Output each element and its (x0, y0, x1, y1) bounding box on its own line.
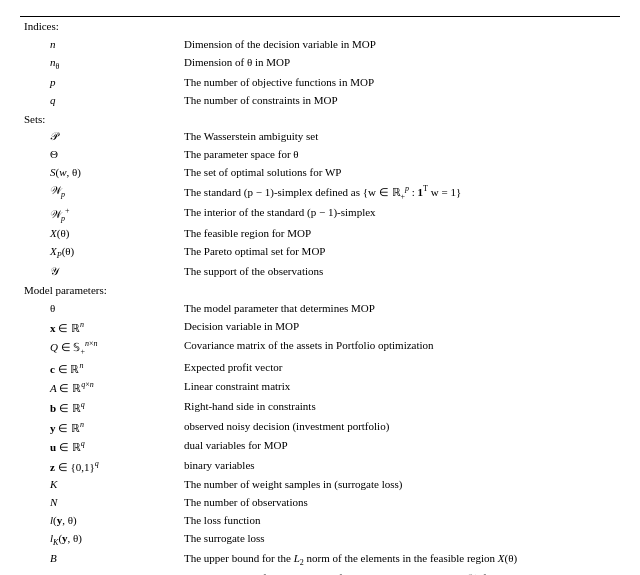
description-cell: Dimension of the decision variable in MO… (180, 36, 620, 54)
description-cell: The set of optimal solutions for WP (180, 164, 620, 182)
table-row: θThe model parameter that determines MOP (20, 300, 620, 318)
description-cell: dual variables for MOP (180, 437, 620, 457)
symbol-cell: c ∈ ℝn (20, 359, 180, 379)
symbol-cell: N (20, 494, 180, 512)
symbol-cell: z ∈ {0,1}q (20, 457, 180, 477)
symbol-cell: S(w, θ) (20, 164, 180, 182)
symbol-cell: XP(θ) (20, 243, 180, 263)
table-row: 𝒫The Wasserstein ambiguity set (20, 128, 620, 146)
symbol-cell: θ (20, 300, 180, 318)
description-cell: The number of constraints in MOP (180, 92, 620, 110)
table-row: nDimension of the decision variable in M… (20, 36, 620, 54)
description-cell: The Pareto optimal set for MOP (180, 243, 620, 263)
description-cell: The upper bound for the L2 norm of the e… (180, 550, 620, 570)
description-cell: binary variables (180, 457, 620, 477)
symbol-cell: 𝒴 (20, 263, 180, 281)
description-cell: The model parameter that determines MOP (180, 300, 620, 318)
section-header: Sets: (20, 110, 620, 129)
description-cell: Expected profit vector (180, 359, 620, 379)
symbol-cell: 𝒲p+ (20, 204, 180, 225)
symbol-cell: n (20, 36, 180, 54)
notation-table: Indices:nDimension of the decision varia… (20, 16, 620, 575)
table-row: x ∈ ℝnDecision variable in MOP (20, 318, 620, 338)
description-cell: The parameter space for θ (180, 146, 620, 164)
table-row: RThe upper bound for the L2 norm of the … (20, 570, 620, 575)
description-cell: The upper bound for the L2 norm of the e… (180, 570, 620, 575)
table-row: qThe number of constraints in MOP (20, 92, 620, 110)
description-cell: The interior of the standard (p − 1)-sim… (180, 204, 620, 225)
table-row: 𝒲p+The interior of the standard (p − 1)-… (20, 204, 620, 225)
table-row: A ∈ ℝq×nLinear constraint matrix (20, 378, 620, 398)
symbol-cell: b ∈ ℝq (20, 398, 180, 418)
table-row: BThe upper bound for the L2 norm of the … (20, 550, 620, 570)
description-cell: The number of objective functions in MOP (180, 74, 620, 92)
table-row: Q ∈ 𝕊+n×nCovariance matrix of the assets… (20, 337, 620, 358)
table-row: NThe number of observations (20, 494, 620, 512)
symbol-cell: lK(y, θ) (20, 530, 180, 550)
description-cell: The number of observations (180, 494, 620, 512)
symbol-cell: u ∈ ℝq (20, 437, 180, 457)
description-cell: Dimension of θ in MOP (180, 54, 620, 74)
table-row: ΘThe parameter space for θ (20, 146, 620, 164)
symbol-cell: K (20, 476, 180, 494)
description-cell: The Wasserstein ambiguity set (180, 128, 620, 146)
table-row: KThe number of weight samples in (surrog… (20, 476, 620, 494)
description-cell: The loss function (180, 512, 620, 530)
symbol-cell: y ∈ ℝn (20, 418, 180, 438)
section-header: Model parameters: (20, 281, 620, 300)
table-row: pThe number of objective functions in MO… (20, 74, 620, 92)
table-row: 𝒴The support of the observations (20, 263, 620, 281)
symbol-cell: p (20, 74, 180, 92)
description-cell: The number of weight samples in (surroga… (180, 476, 620, 494)
symbol-cell: x ∈ ℝn (20, 318, 180, 338)
table-row: XP(θ)The Pareto optimal set for MOP (20, 243, 620, 263)
description-cell: The standard (p − 1)-simplex defined as … (180, 182, 620, 203)
table-row: 𝒲pThe standard (p − 1)-simplex defined a… (20, 182, 620, 203)
symbol-cell: B (20, 550, 180, 570)
description-cell: Right-hand side in constraints (180, 398, 620, 418)
description-cell: Covariance matrix of the assets in Portf… (180, 337, 620, 358)
symbol-cell: 𝒲p (20, 182, 180, 203)
symbol-cell: q (20, 92, 180, 110)
table-row: y ∈ ℝnobserved noisy decision (investmen… (20, 418, 620, 438)
symbol-cell: A ∈ ℝq×n (20, 378, 180, 398)
description-cell: Linear constraint matrix (180, 378, 620, 398)
symbol-cell: R (20, 570, 180, 575)
description-cell: The feasible region for MOP (180, 225, 620, 243)
table-row: u ∈ ℝqdual variables for MOP (20, 437, 620, 457)
description-cell: The surrogate loss (180, 530, 620, 550)
table-row: z ∈ {0,1}qbinary variables (20, 457, 620, 477)
table-row: lK(y, θ)The surrogate loss (20, 530, 620, 550)
table-row: nθDimension of θ in MOP (20, 54, 620, 74)
table-row: c ∈ ℝnExpected profit vector (20, 359, 620, 379)
symbol-cell: l(y, θ) (20, 512, 180, 530)
table-row: b ∈ ℝqRight-hand side in constraints (20, 398, 620, 418)
section-header: Indices: (20, 17, 620, 36)
table-row: X(θ)The feasible region for MOP (20, 225, 620, 243)
symbol-cell: 𝒫 (20, 128, 180, 146)
symbol-cell: Θ (20, 146, 180, 164)
description-cell: The support of the observations (180, 263, 620, 281)
description-cell: observed noisy decision (investment port… (180, 418, 620, 438)
description-cell: Decision variable in MOP (180, 318, 620, 338)
symbol-cell: X(θ) (20, 225, 180, 243)
table-row: l(y, θ)The loss function (20, 512, 620, 530)
symbol-cell: Q ∈ 𝕊+n×n (20, 337, 180, 358)
symbol-cell: nθ (20, 54, 180, 74)
table-row: S(w, θ)The set of optimal solutions for … (20, 164, 620, 182)
